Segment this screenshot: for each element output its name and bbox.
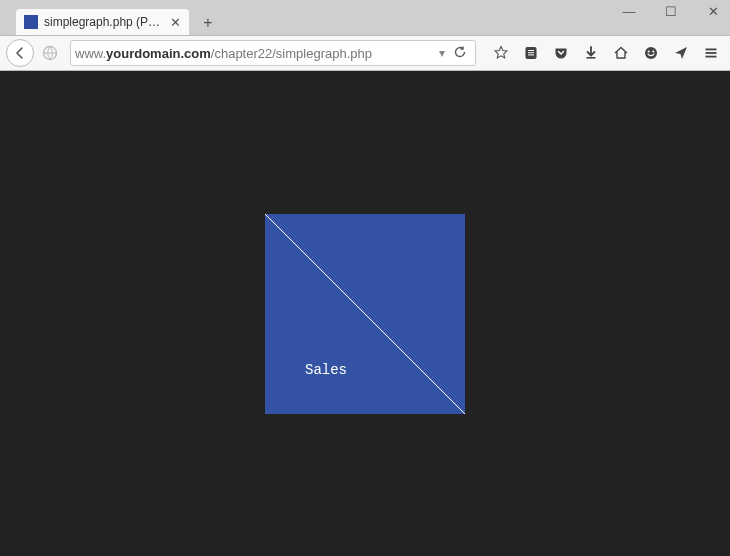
browser-tab[interactable]: simplegraph.php (PNG Im... ✕ xyxy=(16,9,189,35)
reading-list-icon[interactable] xyxy=(518,40,544,66)
svg-rect-2 xyxy=(528,50,534,51)
tab-title: simplegraph.php (PNG Im... xyxy=(44,15,164,29)
svg-rect-11 xyxy=(706,56,717,58)
pocket-icon[interactable] xyxy=(548,40,574,66)
svg-rect-9 xyxy=(706,49,717,51)
svg-rect-4 xyxy=(528,54,534,55)
svg-point-8 xyxy=(652,51,654,53)
svg-point-6 xyxy=(645,47,657,59)
window-close-button[interactable]: ✕ xyxy=(703,4,723,19)
window-minimize-button[interactable]: — xyxy=(619,4,639,19)
page-content: Sales xyxy=(0,71,730,556)
downloads-icon[interactable] xyxy=(578,40,604,66)
url-dropdown-icon[interactable]: ▾ xyxy=(435,46,449,60)
back-button[interactable] xyxy=(6,39,34,67)
new-tab-button[interactable]: + xyxy=(195,11,221,35)
png-image: Sales xyxy=(265,214,465,414)
arrow-left-icon xyxy=(13,46,27,60)
toolbar-icons xyxy=(484,40,724,66)
window-controls: — ☐ ✕ xyxy=(619,4,723,19)
hello-icon[interactable] xyxy=(638,40,664,66)
address-bar[interactable]: www.yourdomain.com/chapter22/simplegraph… xyxy=(70,40,476,66)
toolbar: www.yourdomain.com/chapter22/simplegraph… xyxy=(0,35,730,71)
menu-icon[interactable] xyxy=(698,40,724,66)
tab-close-button[interactable]: ✕ xyxy=(170,15,181,30)
reload-button[interactable] xyxy=(449,45,471,62)
url-text: www.yourdomain.com/chapter22/simplegraph… xyxy=(75,46,435,61)
svg-rect-10 xyxy=(706,52,717,54)
favicon-icon xyxy=(24,15,38,29)
svg-rect-5 xyxy=(587,57,596,59)
svg-point-7 xyxy=(648,51,650,53)
bookmark-star-icon[interactable] xyxy=(488,40,514,66)
browser-window: — ☐ ✕ simplegraph.php (PNG Im... ✕ + www… xyxy=(0,0,730,556)
send-icon[interactable] xyxy=(668,40,694,66)
home-icon[interactable] xyxy=(608,40,634,66)
window-maximize-button[interactable]: ☐ xyxy=(661,4,681,19)
image-label: Sales xyxy=(305,362,347,378)
svg-rect-3 xyxy=(528,52,534,53)
site-identity-icon[interactable] xyxy=(38,41,62,65)
